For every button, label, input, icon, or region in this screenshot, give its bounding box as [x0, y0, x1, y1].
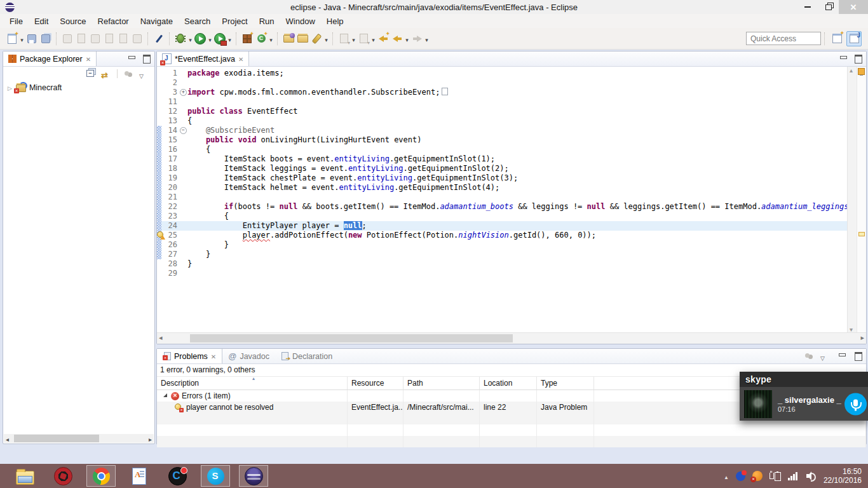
line-number[interactable]: 14: [161, 126, 179, 135]
debug-dropdown-icon[interactable]: [187, 33, 193, 44]
taskbar-app-file-explorer[interactable]: [10, 465, 39, 487]
code-line-1[interactable]: 1package exodia.items;: [157, 69, 848, 78]
network-signal-icon[interactable]: [788, 471, 799, 480]
java-perspective-icon[interactable]: [846, 31, 862, 46]
compare-icon[interactable]: [103, 32, 116, 45]
back-dropdown-icon[interactable]: [404, 33, 410, 44]
tab-declaration[interactable]: Declaration: [275, 349, 338, 363]
line-number[interactable]: 11: [161, 97, 179, 107]
forward-icon[interactable]: [410, 32, 423, 45]
code-line-27[interactable]: 27}: [157, 250, 848, 259]
fold-collapse-icon[interactable]: [180, 127, 187, 134]
problems-empty-row[interactable]: [157, 436, 866, 447]
line-number[interactable]: 15: [161, 135, 179, 145]
package-explorer-minimize-icon[interactable]: [126, 54, 137, 63]
view-menu-icon[interactable]: [139, 69, 149, 78]
annotation-marker[interactable]: [858, 232, 865, 236]
code-line-15[interactable]: 15public void onLivingHurt(LivingHurtEve…: [157, 135, 848, 145]
skype-call-overlay[interactable]: skype _ silvergalaxie _ 07:16: [740, 372, 868, 421]
column-header-location[interactable]: Location: [480, 377, 537, 390]
menu-window[interactable]: Window: [280, 15, 321, 27]
code-line-2[interactable]: 2: [157, 78, 848, 88]
filters-icon[interactable]: [123, 69, 133, 78]
code-line-23[interactable]: 23{: [157, 212, 848, 221]
fold-expand-icon[interactable]: [180, 89, 187, 96]
search-dropdown-icon[interactable]: [323, 33, 329, 44]
line-number[interactable]: 1: [161, 69, 179, 78]
quick-access-input[interactable]: [746, 32, 821, 45]
menu-project[interactable]: Project: [216, 15, 253, 27]
restore-window-button[interactable]: [818, 0, 839, 14]
code-line-16[interactable]: 16{: [157, 145, 848, 154]
taskbar-app-skype[interactable]: [201, 465, 230, 487]
brush-icon[interactable]: [75, 32, 88, 45]
scrollbar-thumb[interactable]: [14, 435, 99, 442]
menu-refactor[interactable]: Refactor: [92, 15, 135, 27]
new-class-dropdown-icon[interactable]: [268, 33, 274, 44]
new-java-project-icon[interactable]: [241, 32, 254, 45]
tree-item-minecraft[interactable]: Minecraft: [3, 81, 154, 93]
line-number[interactable]: 12: [161, 107, 179, 116]
group-expander-icon[interactable]: [163, 393, 167, 397]
menu-file[interactable]: File: [4, 15, 29, 27]
new-dropdown-icon[interactable]: [19, 33, 25, 44]
print-icon[interactable]: [61, 32, 74, 45]
line-number[interactable]: 21: [161, 193, 179, 202]
expand-arrow-icon[interactable]: [8, 83, 12, 92]
tray-error-icon[interactable]: [752, 471, 763, 481]
taskbar-app-ddu[interactable]: [48, 465, 78, 487]
line-number[interactable]: 20: [161, 183, 179, 193]
tray-curse-icon[interactable]: [736, 471, 745, 481]
tab-problems[interactable]: Problems: [157, 349, 222, 363]
menu-search[interactable]: Search: [179, 15, 216, 27]
code-line-18[interactable]: 18ItemStack leggings = event.entityLivin…: [157, 164, 848, 173]
code-line-19[interactable]: 19ItemStack chestPlate = event.entityLiv…: [157, 173, 848, 183]
editor-minimize-icon[interactable]: [838, 54, 848, 63]
taskbar-app-chrome[interactable]: [86, 465, 116, 487]
code-line-26[interactable]: 26}: [157, 240, 848, 250]
code-line-25[interactable]: 25player.addPotionEffect(new PotionEffec…: [157, 231, 848, 240]
tab-close-icon[interactable]: [211, 352, 216, 361]
package-explorer-tab[interactable]: Package Explorer: [3, 51, 97, 66]
save-all-icon[interactable]: [39, 32, 52, 45]
problems-maximize-icon[interactable]: [853, 351, 864, 360]
column-header-type[interactable]: Type: [537, 377, 594, 390]
minimize-window-button[interactable]: [797, 0, 818, 14]
code-line-13[interactable]: 13{: [157, 116, 848, 126]
link-with-editor-icon[interactable]: [101, 69, 111, 78]
line-number[interactable]: 3: [161, 88, 179, 97]
package-explorer-close-icon[interactable]: [86, 55, 91, 64]
menu-navigate[interactable]: Navigate: [135, 15, 179, 27]
line-number[interactable]: 24: [161, 221, 179, 231]
code-line-14[interactable]: 14@SubscribeEvent: [157, 126, 848, 135]
code-line-3[interactable]: 3import cpw.mods.fml.common.eventhandler…: [157, 88, 848, 97]
editor-tab-close-icon[interactable]: [238, 55, 243, 64]
save-icon[interactable]: [25, 32, 38, 45]
build-icon[interactable]: [89, 32, 102, 45]
menu-edit[interactable]: Edit: [29, 15, 54, 27]
format-icon[interactable]: [117, 32, 130, 45]
code-line-22[interactable]: 22if(boots != null && boots.getItem() ==…: [157, 202, 848, 212]
external-tools-dropdown-icon[interactable]: [227, 33, 233, 44]
overview-ruler[interactable]: [857, 67, 866, 333]
code-editor[interactable]: 1package exodia.items;23import cpw.mods.…: [157, 67, 848, 333]
back-icon[interactable]: [391, 32, 403, 45]
collapse-all-icon[interactable]: [85, 69, 95, 78]
editor-hscrollbar[interactable]: [157, 332, 866, 344]
line-number[interactable]: 26: [161, 240, 179, 250]
code-line-21[interactable]: 21: [157, 193, 848, 202]
run-external-tools-icon[interactable]: [214, 32, 226, 45]
open-resource-icon[interactable]: [296, 32, 309, 45]
editor-tab-eventeffect[interactable]: *EventEffect.java: [157, 51, 249, 66]
mark-occurrences-icon[interactable]: [153, 32, 165, 45]
package-explorer-hscrollbar[interactable]: [4, 434, 154, 443]
scroll-left-icon[interactable]: [6, 433, 9, 444]
code-line-12[interactable]: 12public class EventEffect: [157, 107, 848, 116]
open-type-icon[interactable]: [282, 32, 295, 45]
last-edit-location-icon[interactable]: [377, 32, 390, 45]
column-header-path[interactable]: Path: [403, 377, 480, 390]
line-number[interactable]: 13: [161, 116, 179, 126]
editor-vscrollbar[interactable]: [847, 67, 857, 333]
volume-icon[interactable]: [806, 471, 817, 480]
column-header-resource[interactable]: Resource: [348, 377, 403, 390]
